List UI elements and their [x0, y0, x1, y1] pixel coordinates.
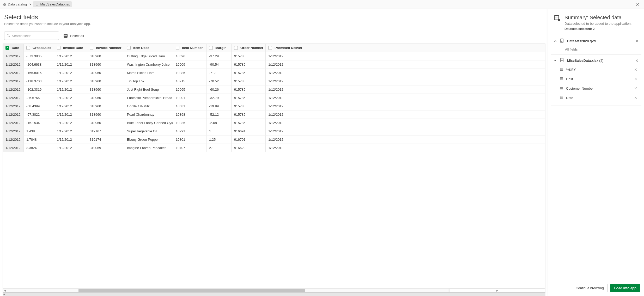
summary-panel: Summary: Selected data Data selected to …: [548, 9, 644, 296]
svg-rect-17: [560, 87, 563, 87]
summary-title: Summary: Selected data: [564, 15, 631, 21]
load-into-app-button[interactable]: Load into app: [610, 284, 640, 292]
table-cell: 1/12/2012: [3, 94, 24, 102]
remove-field-button[interactable]: [633, 67, 638, 72]
svg-text:XLSX: XLSX: [561, 60, 564, 61]
table-cell: -573.3835: [24, 52, 54, 60]
column-header[interactable]: Item Desc: [124, 44, 173, 52]
remove-field-button[interactable]: [633, 86, 638, 91]
bottom-scroll-strip[interactable]: ◀: [3, 292, 545, 296]
breadcrumb-root[interactable]: Data catalog: [8, 2, 27, 6]
table-cell: 10009: [173, 60, 206, 69]
table-cell: 1.7848: [24, 135, 54, 144]
table-cell: 915785: [232, 69, 266, 77]
column-header[interactable]: Item Number: [173, 44, 206, 52]
scrollbar-thumb[interactable]: [78, 289, 305, 292]
column-checkbox[interactable]: [176, 46, 179, 50]
column-header[interactable]: Margin: [206, 44, 232, 52]
column-checkbox[interactable]: [57, 46, 60, 50]
table-cell: 1/12/2012: [266, 102, 302, 110]
selected-field-row: Customer Number: [555, 84, 639, 93]
search-input[interactable]: [12, 34, 57, 38]
table-cell: 915785: [232, 102, 266, 110]
summary-count: Datasets selected: 2: [564, 27, 631, 31]
svg-rect-13: [560, 70, 563, 70]
selected-field-row: %KEY: [555, 65, 639, 74]
table-cell: 1/12/2012: [266, 135, 302, 144]
column-checkbox[interactable]: [209, 46, 213, 50]
summary-subtitle: Data selected to be added to the applica…: [564, 22, 631, 26]
column-checkbox[interactable]: [26, 46, 30, 50]
column-header[interactable]: Date: [3, 44, 24, 52]
chevron-up-icon[interactable]: [553, 59, 557, 63]
table-cell: 1/12/2012: [3, 135, 24, 144]
continue-browsing-button[interactable]: Continue browsing: [572, 284, 608, 292]
chevron-up-icon[interactable]: [553, 39, 557, 43]
breadcrumb-current[interactable]: MiscSalesData.xlsx: [33, 1, 72, 7]
table-row: 1/12/20121.4381/12/2012319167Super Veget…: [3, 127, 545, 135]
column-header[interactable]: Invoice Number: [87, 44, 124, 52]
table-cell: Imagine Frozen Pancakes: [124, 144, 173, 152]
table-cell: -118.3703: [24, 77, 54, 85]
select-all-toggle[interactable]: Select all: [64, 34, 84, 38]
horizontal-scrollbar[interactable]: ◀ ▶: [3, 288, 545, 292]
remove-dataset-button[interactable]: [634, 58, 639, 63]
column-checkbox[interactable]: [5, 46, 9, 50]
table-cell: 318960: [87, 60, 124, 69]
field-icon: [560, 86, 563, 91]
table-cell: 915785: [232, 52, 266, 60]
svg-rect-22: [560, 98, 563, 98]
svg-rect-1: [5, 3, 6, 4]
scroll-left-arrow-icon[interactable]: ◀: [3, 289, 7, 292]
table-cell: 915785: [232, 77, 266, 85]
select-all-label: Select all: [70, 34, 84, 38]
table-cell: 10801: [173, 135, 206, 144]
table-cell: 1/12/2012: [54, 77, 87, 85]
remove-field-button[interactable]: [633, 95, 638, 100]
table-row: 1/12/2012-16.15341/12/2012318960Blue Lab…: [3, 119, 545, 127]
search-field[interactable]: [4, 32, 59, 40]
column-header[interactable]: Order Number: [232, 44, 266, 52]
table-cell: 915785: [232, 94, 266, 102]
table-cell: 1/12/2012: [3, 85, 24, 94]
table-cell: 1/12/2012: [266, 60, 302, 69]
table-cell: Washington Cranberry Juice: [124, 60, 173, 69]
field-label: Date: [566, 96, 633, 100]
table-cell: -52.12: [206, 110, 232, 119]
column-header[interactable]: GrossSales: [24, 44, 54, 52]
table-cell: -32.79: [206, 94, 232, 102]
svg-rect-3: [5, 4, 6, 5]
table-cell: Ebony Green Pepper: [124, 135, 173, 144]
table-cell: Blue Label Fancy Canned Oysters: [124, 119, 173, 127]
breadcrumb-current-label: MiscSalesData.xlsx: [40, 2, 70, 6]
table-row: 1/12/2012-67.38221/12/2012318960Pearl Ch…: [3, 110, 545, 119]
column-header[interactable]: Invoice Date: [54, 44, 87, 52]
column-header-label: GrossSales: [33, 46, 51, 50]
column-checkbox[interactable]: [90, 46, 93, 50]
table-row: 1/12/2012-85.57661/12/2012318960Fantasti…: [3, 94, 545, 102]
table-cell: 1/12/2012: [54, 60, 87, 69]
table-cell: 318960: [87, 94, 124, 102]
table-cell: 1/12/2012: [54, 85, 87, 94]
column-checkbox[interactable]: [234, 46, 238, 50]
column-checkbox[interactable]: [268, 46, 272, 50]
table-cell: 1/12/2012: [54, 69, 87, 77]
remove-field-button[interactable]: [633, 76, 638, 82]
table-cell: 1/12/2012: [3, 69, 24, 77]
close-button[interactable]: [634, 1, 641, 8]
bottom-strip-arrow-icon: ◀: [3, 293, 5, 295]
field-label: Cost: [566, 77, 633, 81]
table-cell: 10901: [173, 94, 206, 102]
table-cell: 1/12/2012: [266, 144, 302, 152]
table-cell: 10681: [173, 102, 206, 110]
scroll-right-arrow-icon[interactable]: ▶: [449, 289, 545, 292]
column-checkbox[interactable]: [127, 46, 131, 50]
table-cell: 1/12/2012: [266, 52, 302, 60]
svg-text:QVD: QVD: [561, 41, 564, 42]
table-cell: 318960: [87, 69, 124, 77]
column-header[interactable]: Promised Delivery Date: [266, 44, 302, 52]
all-fields-label: All fields: [553, 44, 639, 51]
remove-dataset-button[interactable]: [634, 39, 639, 44]
table-cell: 915785: [232, 119, 266, 127]
column-header-label: Date: [12, 46, 19, 50]
